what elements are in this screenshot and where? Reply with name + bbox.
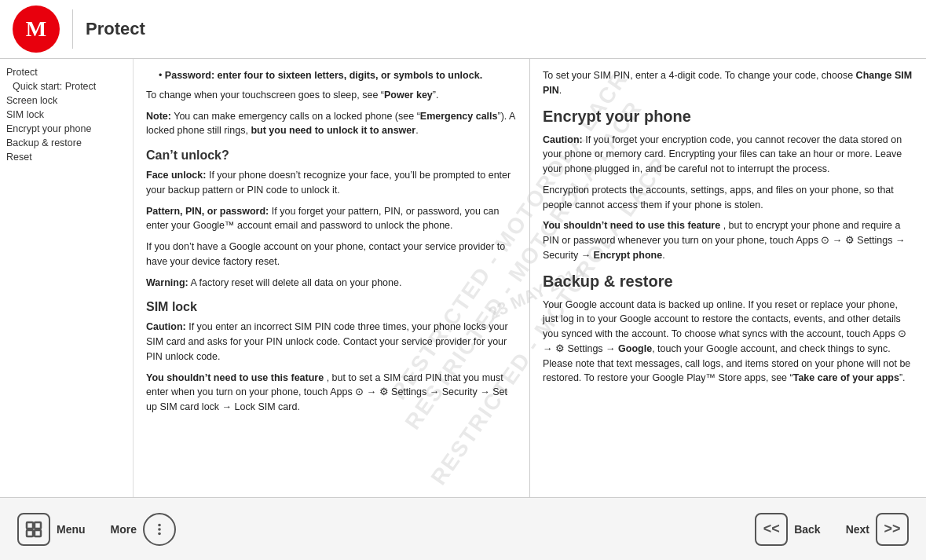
pattern-para: Pattern, PIN, or password: If you forget… xyxy=(146,204,517,234)
footer: Menu More << Back Next >> xyxy=(0,497,926,560)
encrypt-caution-para: Caution: If you forget your encryption c… xyxy=(543,133,913,177)
more-button[interactable]: More xyxy=(103,508,184,551)
header-divider xyxy=(72,9,73,49)
col-right: To set your SIM PIN, enter a 4-digit cod… xyxy=(530,59,926,497)
svg-point-4 xyxy=(158,523,161,526)
svg-point-6 xyxy=(158,532,161,535)
svg-point-5 xyxy=(158,528,161,531)
more-label: More xyxy=(111,523,137,536)
password-bullet: Password: enter four to sixteen letters,… xyxy=(159,68,517,83)
sidebar-item-simlock[interactable]: SIM lock xyxy=(3,108,130,122)
menu-icon xyxy=(17,513,50,546)
encrypt-heading: Encrypt your phone xyxy=(543,104,913,128)
body-layout: Protect Quick start: Protect Screen lock… xyxy=(0,59,926,497)
sidebar-item-protect[interactable]: Protect xyxy=(3,65,130,79)
back-icon: << xyxy=(755,513,788,546)
change-touchscreen-para: To change when your touchscreen goes to … xyxy=(146,88,517,103)
header: M Protect xyxy=(0,0,926,59)
text-columns: Password: enter four to sixteen letters,… xyxy=(134,59,926,497)
svg-rect-0 xyxy=(27,522,33,529)
sim-shouldnt-para: You shouldn’t need to use this feature ,… xyxy=(146,371,517,415)
back-button[interactable]: << Back xyxy=(747,508,828,551)
encrypt-desc-para: Encryption protects the accounts, settin… xyxy=(543,183,913,213)
backup-heading: Backup & restore xyxy=(543,269,913,293)
note-para: Note: You can make emergency calls on a … xyxy=(146,109,517,139)
sim-pin-para: To set your SIM PIN, enter a 4-digit cod… xyxy=(543,68,913,98)
content-area: RESTRICTED - MOTOROLA LACR RESTRICTED - … xyxy=(134,59,926,497)
no-google-para: If you don’t have a Google account on yo… xyxy=(146,240,517,269)
svg-rect-2 xyxy=(27,530,33,536)
footer-left: Menu More xyxy=(9,508,184,551)
footer-right: << Back Next >> xyxy=(747,508,917,551)
next-label: Next xyxy=(846,523,869,536)
sidebar-item-encrypt[interactable]: Encrypt your phone xyxy=(3,122,130,136)
menu-button[interactable]: Menu xyxy=(9,508,93,551)
svg-rect-3 xyxy=(35,530,41,536)
face-unlock-para: Face unlock: If your phone doesn’t recog… xyxy=(146,168,517,198)
sidebar-item-quickstart[interactable]: Quick start: Protect xyxy=(3,79,130,93)
next-icon: >> xyxy=(876,513,909,546)
more-icon xyxy=(143,513,176,546)
warning-para: Warning: A factory reset will delete all… xyxy=(146,276,517,291)
next-button[interactable]: Next >> xyxy=(838,508,917,551)
sidebar-item-screenlock[interactable]: Screen lock xyxy=(3,93,130,108)
svg-rect-1 xyxy=(35,522,41,529)
sim-caution-para: Caution: If you enter an incorrect SIM P… xyxy=(146,320,517,364)
backup-text-para: Your Google account data is backed up on… xyxy=(543,298,913,386)
menu-label: Menu xyxy=(57,523,86,536)
motorola-logo: M xyxy=(13,5,60,53)
back-label: Back xyxy=(794,523,820,536)
page-title: Protect xyxy=(86,19,145,39)
encrypt-shouldnt-para: You shouldn’t need to use this feature ,… xyxy=(543,218,913,262)
col-left: Password: enter four to sixteen letters,… xyxy=(134,59,530,497)
sidebar: Protect Quick start: Protect Screen lock… xyxy=(0,59,134,497)
sim-lock-heading: SIM lock xyxy=(146,298,517,317)
sidebar-item-backup[interactable]: Backup & restore xyxy=(3,136,130,150)
cant-unlock-heading: Can’t unlock? xyxy=(146,146,517,165)
sidebar-item-reset[interactable]: Reset xyxy=(3,150,130,164)
